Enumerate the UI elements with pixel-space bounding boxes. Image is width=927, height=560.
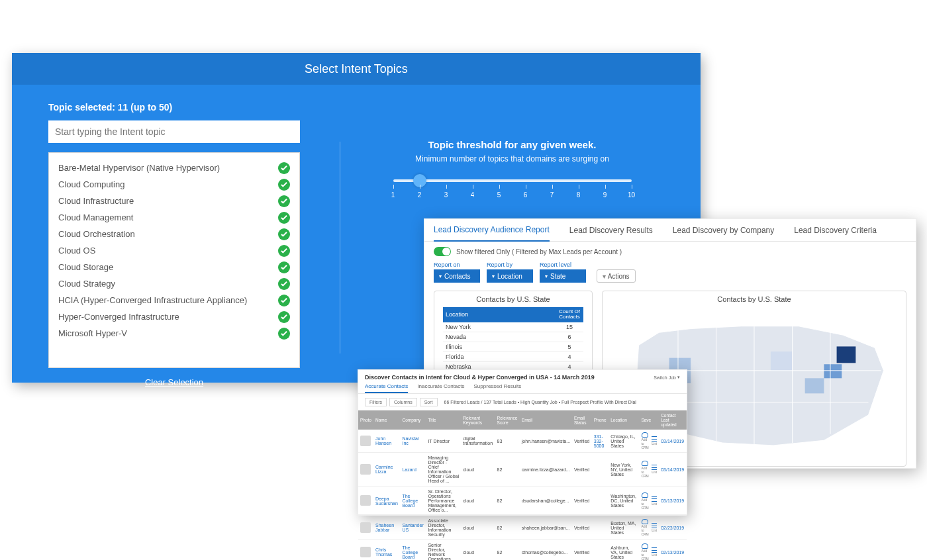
topic-item[interactable]: Cloud Infrastructure bbox=[58, 193, 290, 209]
check-icon bbox=[278, 311, 290, 323]
topic-item[interactable]: HCIA (Hyper-Converged Infrastructure App… bbox=[58, 292, 290, 308]
table-row: Shaheen Jabbar Santander US Associate Di… bbox=[358, 516, 687, 540]
report-tab[interactable]: Lead Discovery Results bbox=[569, 219, 653, 242]
add-to-crm-button[interactable]: Add to CRM bbox=[641, 543, 649, 560]
phone-link[interactable]: 331-332-5000 bbox=[594, 434, 605, 448]
col-updated[interactable]: Contact Last updated bbox=[659, 410, 687, 430]
updated-link[interactable]: 03/13/2019 bbox=[661, 498, 684, 503]
col-score[interactable]: Relevance Score bbox=[495, 410, 520, 430]
table-row[interactable]: Illinois5 bbox=[443, 342, 583, 351]
slider-tick-label: 7 bbox=[550, 191, 554, 199]
add-to-list-button[interactable]: List bbox=[652, 465, 657, 474]
cell-email: dsudarshan@college... bbox=[520, 487, 572, 516]
topic-item[interactable]: Cloud Storage bbox=[58, 259, 290, 275]
report-level-label: Report level bbox=[540, 261, 586, 268]
columns-button[interactable]: Columns bbox=[389, 398, 417, 406]
company-link[interactable]: Santander US bbox=[402, 523, 423, 532]
threshold-slider[interactable] bbox=[393, 179, 632, 182]
add-to-list-button[interactable]: List bbox=[652, 523, 657, 532]
col-estatus[interactable]: Email Status bbox=[572, 410, 592, 430]
report-level-dropdown[interactable]: ▾State bbox=[540, 269, 586, 283]
col-title[interactable]: Title bbox=[426, 410, 461, 430]
report-tab[interactable]: Lead Discovery Criteria bbox=[794, 219, 877, 242]
topic-item[interactable]: Hyper-Converged Infrastructure bbox=[58, 308, 290, 325]
topic-item[interactable]: Cloud Management bbox=[58, 209, 290, 226]
clear-selection-link[interactable]: Clear Selection bbox=[145, 377, 203, 387]
add-to-crm-button[interactable]: Add to CRM bbox=[641, 519, 649, 536]
list-icon bbox=[652, 436, 657, 442]
cell-title: Senior Director, Network Operations bbox=[426, 540, 461, 561]
cell-title: Associate Director, Information Security bbox=[426, 516, 461, 540]
cell-count: 4 bbox=[556, 351, 583, 361]
table-row[interactable]: New York15 bbox=[443, 322, 583, 332]
add-to-list-button[interactable]: List bbox=[652, 547, 657, 557]
report-tab[interactable]: Lead Discovery by Company bbox=[673, 219, 774, 242]
add-to-crm-button[interactable]: Add to CRM bbox=[641, 492, 649, 510]
filters-button[interactable]: Filters bbox=[365, 398, 387, 406]
check-icon bbox=[278, 295, 290, 306]
check-icon bbox=[278, 245, 290, 257]
updated-link[interactable]: 03/14/2019 bbox=[661, 467, 684, 472]
contact-name-link[interactable]: Deepa Sudarshan bbox=[375, 496, 398, 506]
company-link[interactable]: Lazard bbox=[402, 467, 416, 472]
company-link[interactable]: The College Board bbox=[402, 545, 418, 559]
cell-location: New York, NY, United States bbox=[609, 453, 639, 487]
show-filtered-toggle[interactable] bbox=[434, 247, 451, 256]
report-by-dropdown[interactable]: ▾Location bbox=[487, 269, 533, 283]
cell-keywords: digital transformation bbox=[461, 430, 495, 453]
contact-name-link[interactable]: Shaheen Jabbar bbox=[375, 523, 394, 532]
col-photo[interactable]: Photo bbox=[358, 410, 373, 430]
topic-label: Bare-Metal Hypervisor (Native Hypervisor… bbox=[58, 163, 220, 173]
list-icon bbox=[652, 496, 657, 502]
col-save[interactable]: Save bbox=[639, 410, 659, 430]
topic-item[interactable]: Cloud Computing bbox=[58, 176, 290, 193]
contacts-tab[interactable]: Inaccurate Contacts bbox=[417, 383, 464, 393]
report-on-dropdown[interactable]: ▾Contacts bbox=[434, 269, 480, 283]
add-to-list-button[interactable]: List bbox=[652, 496, 657, 506]
topic-item[interactable]: Cloud Strategy bbox=[58, 275, 290, 292]
col-company[interactable]: Company bbox=[400, 410, 426, 430]
col-name[interactable]: Name bbox=[373, 410, 400, 430]
topic-item[interactable]: Cloud Orchestration bbox=[58, 226, 290, 242]
contacts-tab[interactable]: Suppressed Results bbox=[474, 383, 522, 393]
topic-item[interactable]: Cloud OS bbox=[58, 242, 290, 259]
sort-button[interactable]: Sort bbox=[420, 398, 438, 406]
add-to-list-button[interactable]: List bbox=[652, 436, 657, 445]
col-keywords[interactable]: Relevant Keywords bbox=[461, 410, 495, 430]
show-filtered-label: Show filtered Only ( Filtered by Max Lea… bbox=[456, 248, 622, 256]
cell-count: 6 bbox=[556, 332, 583, 342]
panel-header: Select Intent Topics bbox=[12, 53, 701, 85]
report-tabs: Lead Discovery Audience ReportLead Disco… bbox=[424, 219, 916, 242]
report-tab[interactable]: Lead Discovery Audience Report bbox=[434, 219, 550, 242]
table-row[interactable]: Nevada6 bbox=[443, 332, 583, 342]
company-link[interactable]: The College Board bbox=[402, 494, 418, 508]
svg-rect-2 bbox=[805, 378, 824, 393]
topic-item[interactable]: Microsoft Hyper-V bbox=[58, 325, 290, 342]
add-to-crm-button[interactable]: Add to CRM bbox=[641, 432, 649, 449]
cell-email-status: Verified bbox=[572, 430, 592, 453]
cell-location: Florida bbox=[443, 351, 556, 361]
actions-dropdown[interactable]: ▾ Actions bbox=[597, 269, 636, 283]
contacts-tab[interactable]: Accurate Contacts bbox=[365, 383, 408, 393]
add-to-crm-button[interactable]: Add to CRM bbox=[641, 461, 649, 478]
company-link[interactable]: Navistar Inc bbox=[402, 436, 419, 445]
col-phone[interactable]: Phone bbox=[592, 410, 609, 430]
updated-link[interactable]: 03/14/2019 bbox=[661, 439, 684, 443]
svg-rect-0 bbox=[837, 346, 856, 363]
switch-job-dropdown[interactable]: Switch Job ▾ bbox=[654, 375, 680, 380]
updated-link[interactable]: 02/23/2019 bbox=[661, 526, 684, 530]
topic-item[interactable]: Bare-Metal Hypervisor (Native Hypervisor… bbox=[58, 160, 290, 176]
cell-email: john.hansen@navista... bbox=[520, 430, 572, 453]
table-row[interactable]: Florida4 bbox=[443, 351, 583, 361]
contact-name-link[interactable]: Chris Thomas bbox=[375, 547, 392, 557]
cloud-icon bbox=[642, 519, 648, 524]
topic-label: Cloud OS bbox=[58, 246, 95, 256]
contact-name-link[interactable]: Carmine Lizza bbox=[375, 465, 393, 474]
intent-topic-input[interactable] bbox=[48, 120, 300, 143]
cell-email: cthomas@collegebo... bbox=[520, 540, 572, 561]
updated-link[interactable]: 02/13/2019 bbox=[661, 550, 684, 555]
col-location[interactable]: Location bbox=[609, 410, 639, 430]
col-email[interactable]: Email bbox=[520, 410, 572, 430]
contact-name-link[interactable]: John Hansen bbox=[375, 436, 391, 445]
chevron-down-icon: ▾ bbox=[492, 273, 495, 279]
